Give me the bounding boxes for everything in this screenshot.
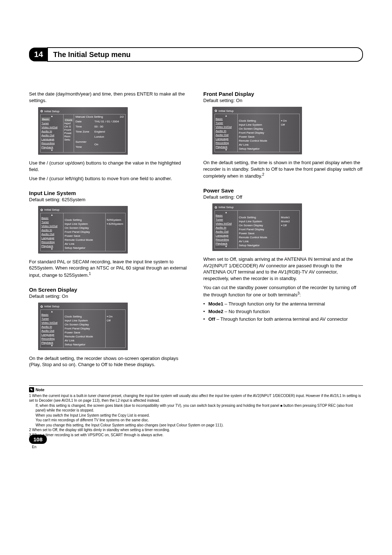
right-column: Front Panel Display Default setting: On … [203, 91, 363, 371]
ui-middle-item: Input Line System [65, 222, 104, 226]
list-item: •Mode1 – Through function only for the a… [203, 301, 363, 307]
arrow-down-icon: ▼ [41, 248, 62, 250]
ui-middle-item: Front [64, 128, 73, 131]
default-setting: Default setting: On [203, 98, 363, 103]
ui-middle: Clock Setting Input Line System On Scree… [63, 310, 105, 348]
sidebar-item: Audio In [41, 228, 62, 232]
pencil-icon: ✎ [29, 387, 34, 392]
ui-middle-trunc: Clock Input On S Front Powe Rem Setu [63, 114, 74, 152]
sidebar-item: Recording [216, 238, 237, 242]
sidebar-item: Audio Out [41, 232, 62, 236]
ui-middle-item: AV Link [239, 143, 278, 147]
ui-middle-item: Setup Navigator [65, 343, 104, 347]
ui-middle: Clock Setting Input Line System On Scree… [237, 114, 279, 152]
clock-row-value: On [94, 142, 98, 147]
note-divider [29, 385, 363, 386]
default-setting: Default setting: Off [203, 194, 363, 200]
footnote-ref-1: 1 [89, 272, 91, 276]
ui-options: On Off [105, 310, 125, 348]
ui-middle-item: Clock Setting [65, 218, 104, 222]
sidebar-item: Recording [41, 141, 62, 145]
paragraph: When set to Off, signals arriving at the… [203, 256, 363, 281]
section-heading-osd: On Screen Display [29, 287, 189, 293]
ui-middle-item: Front Panel Display [65, 327, 104, 331]
sidebar-item: Video In/Out [41, 125, 62, 129]
section-heading-power-save: Power Save [203, 187, 363, 194]
default-setting: Default setting: 625System [29, 197, 189, 202]
page-number-badge: 108 [29, 435, 47, 444]
paw-icon: ✿ [215, 206, 217, 209]
ui-middle-item: Front Panel Display [239, 227, 278, 231]
sidebar-item: Audio In [216, 226, 237, 230]
list-item: •Off – Through function for both antenna… [203, 316, 363, 322]
paw-icon: ✿ [40, 208, 43, 212]
ui-middle-item: Clock Setting [65, 315, 104, 319]
ui-middle-item: On Screen Display [239, 127, 278, 131]
ui-title: Initial Setup [219, 109, 234, 113]
footnote-ref-2: 2 [262, 173, 264, 177]
paw-icon: ✿ [40, 109, 43, 113]
arrow-down-icon: ▼ [216, 246, 237, 248]
ui-title: Initial Setup [44, 110, 60, 113]
ui-middle: Clock Setting Input Line System On Scree… [63, 213, 105, 251]
sidebar-item: Language [41, 137, 62, 141]
ui-middle-item: Input Line System [239, 123, 278, 127]
ui-option: Off [281, 123, 298, 127]
ui-sidebar: ▲ Basic Tuner Video In/Out Audio In Audi… [41, 310, 63, 348]
note-line: If, when this setting is changed, the sc… [29, 403, 363, 413]
ui-middle-item: AV Link [239, 239, 278, 243]
ui-options: 525System 625System [105, 213, 125, 251]
notes-block: 1 When the current input is a built-in t… [29, 393, 363, 438]
ui-middle-item: Power Save [239, 135, 278, 139]
clock-row-value: England [94, 129, 105, 134]
ui-front-panel-display: ✿Initial Setup ▲ Basic Tuner Video In/Ou… [212, 107, 302, 154]
ui-middle-item: Power Save [65, 234, 104, 238]
note-heading: ✎ Note [29, 387, 363, 392]
ui-middle-item: Clock [64, 118, 73, 122]
ui-middle-item: On Screen Display [239, 223, 278, 227]
ui-middle-item: AV Link [65, 339, 104, 343]
list-item: •Mode2 – No through function [203, 309, 363, 314]
chapter-number-badge: 14 [29, 48, 48, 61]
arrow-down-icon: ▼ [41, 345, 62, 347]
clock-row-label: Time [75, 124, 93, 129]
ui-option: Mode1 [281, 215, 298, 219]
ui-middle: Clock Setting Input Line System On Scree… [237, 211, 279, 248]
sidebar-item: Language [41, 236, 62, 240]
chapter-header: 14 The Initial Setup menu [29, 47, 363, 62]
left-column: Set the date (day/month/year) and time, … [29, 91, 189, 371]
arrow-down-icon: ▼ [216, 149, 237, 151]
sidebar-item: Tuner [41, 317, 62, 321]
ui-option-selected: On [107, 315, 124, 319]
sidebar-item: Basic [216, 117, 237, 121]
ui-middle-item: On Screen Display [65, 226, 104, 230]
ui-input-line-system: ✿Initial Setup ▲ Basic Tuner Video In/Ou… [38, 206, 128, 254]
note-line: 2 When set to Off, the display still lig… [29, 428, 363, 433]
paragraph: For standard PAL or SECAM recording, lea… [29, 259, 189, 279]
ui-title: Initial Setup [44, 305, 60, 308]
sidebar-item: Tuner [41, 220, 62, 224]
ui-middle-item: Setup Navigator [65, 246, 104, 250]
ui-middle-item: Setup Navigator [239, 243, 278, 247]
sidebar-item: Tuner [41, 121, 62, 125]
sidebar-item: Language [41, 333, 62, 337]
ui-sidebar: ▲ Basic Tuner Video In/Out Audio In Audi… [215, 211, 237, 248]
ui-middle-item: Powe [64, 131, 73, 135]
ui-middle-item: Remote Control Mode [239, 139, 278, 143]
ui-middle-item: Input Line System [65, 319, 104, 323]
sidebar-item: Basic [41, 117, 50, 121]
ui-middle-item: Setup Navigator [239, 147, 278, 151]
clock-row-label: Summer Time [75, 139, 93, 150]
ui-middle-item: On Screen Display [65, 323, 104, 327]
ui-clock-panel: Manual Clock Setting 2/2 DateTHU 01 / 01… [74, 114, 125, 152]
clock-panel-title: Manual Clock Setting [75, 115, 103, 118]
ui-middle-item: Clock Setting [239, 215, 278, 219]
paragraph: On the default setting, the recorder sho… [29, 355, 189, 368]
chapter-title-bar: The Initial Setup menu [47, 47, 363, 62]
section-heading-front-panel: Front Panel Display [203, 91, 363, 97]
ui-options: On Off [279, 114, 299, 152]
sidebar-item: Basic [41, 313, 62, 317]
clock-row-label: Time Zone [75, 129, 93, 134]
default-setting: Default setting: On [29, 293, 189, 299]
sidebar-item: Audio Out [216, 133, 237, 137]
